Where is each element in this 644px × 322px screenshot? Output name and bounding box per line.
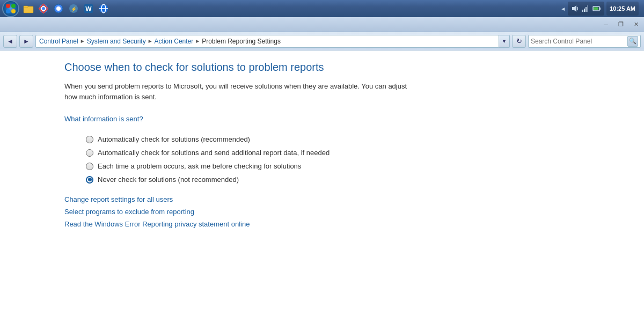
radio-circle-4 [86, 176, 93, 184]
radio-label-3: Each time a problem occurs, ask me befor… [98, 162, 301, 170]
system-clock[interactable]: 10:25 AM [606, 2, 639, 16]
breadcrumb-action-center[interactable]: Action Center [155, 38, 194, 45]
tray-signal-icon[interactable] [582, 4, 590, 13]
search-box: 🔍 [528, 35, 641, 48]
links-section: Change report settings for all users Sel… [64, 195, 623, 228]
breadcrumb-sep-3: ► [195, 38, 200, 44]
svg-rect-19 [582, 10, 583, 12]
svg-rect-24 [599, 8, 601, 10]
tray-expand-arrow[interactable]: ◄ [560, 6, 566, 12]
radio-label-1: Automatically check for solutions (recom… [98, 135, 250, 143]
info-link[interactable]: What information is sent? [64, 115, 143, 123]
breadcrumb-system-security[interactable]: System and Security [87, 38, 146, 45]
svg-rect-22 [587, 5, 588, 12]
breadcrumb-current: Problem Reporting Settings [202, 38, 281, 45]
back-button[interactable]: ◄ [3, 35, 17, 48]
action-link-2[interactable]: Select programs to exclude from reportin… [64, 208, 623, 216]
breadcrumb-dropdown-button[interactable]: ▼ [499, 35, 510, 48]
svg-rect-21 [586, 7, 587, 12]
svg-text:⚡: ⚡ [71, 6, 77, 12]
taskbar-right: ◄ 10:25 AM [560, 2, 642, 16]
radio-circle-3 [86, 163, 93, 170]
page-title: Choose when to check for solutions to pr… [64, 61, 623, 74]
page-description: When you send problem reports to Microso… [64, 81, 408, 102]
radio-circle-1 [86, 136, 93, 143]
taskbar-ie-icon[interactable] [97, 2, 111, 16]
taskbar-folder-icon[interactable] [21, 2, 35, 16]
radio-label-4: Never check for solutions (not recommend… [98, 175, 239, 184]
action-link-1[interactable]: Change report settings for all users [64, 195, 623, 203]
svg-rect-20 [584, 9, 585, 12]
address-bar: ◄ ► Control Panel ► System and Security … [0, 32, 644, 50]
refresh-button[interactable]: ↻ [512, 35, 526, 48]
forward-button[interactable]: ► [19, 35, 33, 48]
svg-rect-25 [594, 8, 598, 10]
svg-text:W: W [85, 5, 92, 13]
minimize-button[interactable]: ─ [599, 19, 613, 30]
taskbar-network-icon[interactable]: ⚡ [67, 2, 80, 16]
svg-point-0 [6, 4, 10, 8]
taskbar-pinned-icons: ⚡ W [21, 2, 111, 16]
radio-option-3[interactable]: Each time a problem occurs, ask me befor… [86, 162, 623, 170]
restore-button[interactable]: ❐ [614, 19, 628, 30]
radio-label-2: Automatically check for solutions and se… [98, 149, 330, 157]
breadcrumb-bar: Control Panel ► System and Security ► Ac… [35, 35, 499, 48]
breadcrumb-sep-1: ► [80, 38, 85, 44]
content-area: Choose when to check for solutions to pr… [0, 50, 644, 322]
svg-point-2 [6, 9, 10, 13]
taskbar-chrome-icon[interactable] [36, 2, 50, 16]
breadcrumb-sep-2: ► [148, 38, 153, 44]
svg-point-1 [11, 4, 16, 8]
taskbar-word-icon[interactable]: W [82, 2, 96, 16]
tray-volume-icon[interactable] [571, 4, 580, 13]
svg-rect-5 [24, 6, 28, 8]
svg-point-8 [42, 7, 45, 10]
svg-point-10 [56, 6, 61, 11]
close-button[interactable]: ✕ [629, 19, 643, 30]
window-chrome: ─ ❐ ✕ [0, 17, 644, 32]
tray-battery-icon[interactable] [592, 4, 601, 13]
svg-point-3 [11, 9, 16, 13]
system-tray [568, 2, 604, 16]
breadcrumb-control-panel[interactable]: Control Panel [39, 38, 78, 45]
start-button[interactable] [2, 0, 19, 17]
radio-option-2[interactable]: Automatically check for solutions and se… [86, 149, 623, 157]
search-button[interactable]: 🔍 [627, 36, 638, 47]
search-input[interactable] [531, 38, 625, 45]
taskbar-chrome2-icon[interactable] [52, 2, 65, 16]
action-link-3[interactable]: Read the Windows Error Reporting privacy… [64, 220, 623, 228]
radio-option-4[interactable]: Never check for solutions (not recommend… [86, 175, 623, 184]
options-section: Automatically check for solutions (recom… [86, 135, 623, 184]
taskbar: ⚡ W ◄ 10:25 AM [0, 0, 644, 17]
svg-marker-18 [572, 5, 576, 12]
radio-option-1[interactable]: Automatically check for solutions (recom… [86, 135, 623, 143]
radio-circle-2 [86, 149, 93, 157]
